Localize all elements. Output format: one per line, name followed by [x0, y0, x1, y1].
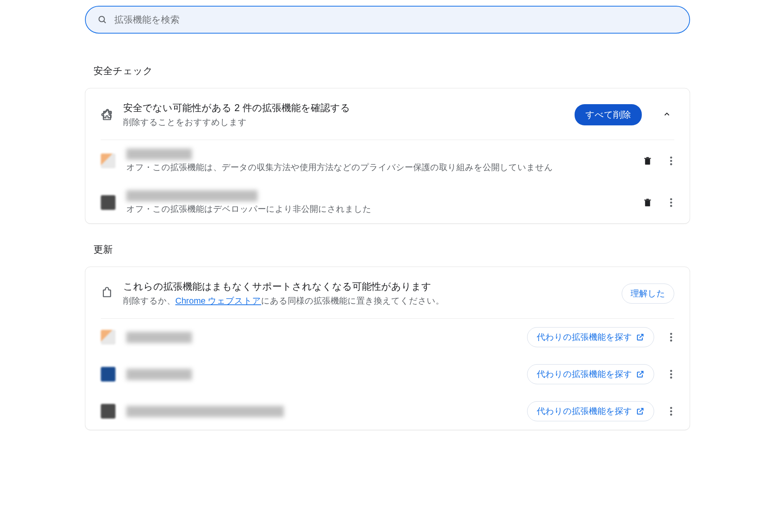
extension-thumbnail [101, 367, 115, 382]
safety-card: 安全でない可能性がある 2 件の拡張機能を確認する 削除することをおすすめします… [85, 88, 690, 224]
svg-point-8 [670, 333, 672, 335]
extension-name: ██████████ [126, 149, 630, 159]
delete-button[interactable] [641, 154, 654, 167]
more-vert-icon [670, 406, 673, 416]
safety-title: 安全チェック [93, 64, 690, 77]
extension-name: ██████████ [126, 369, 516, 380]
safety-header-subtitle: 削除することをおすすめします [123, 117, 565, 128]
extension-row: ██████████ 代わりの拡張機能を探す [101, 356, 674, 393]
safety-card-header: 安全でない可能性がある 2 件の拡張機能を確認する 削除することをおすすめします… [101, 88, 674, 140]
more-menu-button[interactable] [668, 331, 674, 344]
search-icon [97, 15, 107, 25]
svg-point-14 [670, 407, 672, 409]
svg-point-2 [670, 157, 672, 159]
svg-point-10 [670, 339, 672, 341]
svg-point-3 [670, 160, 672, 162]
trash-icon [643, 156, 653, 166]
svg-point-4 [670, 163, 672, 165]
updates-card-header: これらの拡張機能はまもなくサポートされなくなる可能性があります 削除するか、Ch… [101, 267, 674, 319]
open-in-new-icon [636, 370, 644, 378]
more-menu-button[interactable] [668, 154, 674, 167]
svg-point-15 [670, 410, 672, 412]
svg-point-12 [670, 373, 672, 375]
dismiss-button[interactable]: 理解した [622, 284, 674, 304]
extension-status: オフ・この拡張機能は、データの収集方法や使用方法などのプライバシー保護の取り組み… [126, 162, 630, 173]
svg-point-7 [670, 205, 672, 207]
extension-icon [101, 287, 113, 301]
updates-header-title: これらの拡張機能はまもなくサポートされなくなる可能性があります [123, 280, 612, 293]
extension-status: オフ・この拡張機能はデベロッパーにより非公開にされました [126, 203, 630, 215]
svg-point-16 [670, 414, 672, 415]
updates-title: 更新 [93, 243, 690, 256]
extension-name: ██████████ [126, 332, 516, 343]
chevron-up-icon [663, 110, 671, 118]
delete-all-button[interactable]: すべて削除 [575, 104, 642, 125]
more-menu-button[interactable] [668, 368, 674, 381]
extension-icon [101, 108, 113, 122]
svg-point-9 [670, 336, 672, 338]
updates-header-subtitle: 削除するか、Chrome ウェブストアにある同様の拡張機能に置き換えてください。 [123, 295, 612, 307]
find-alternative-button[interactable]: 代わりの拡張機能を探す [527, 401, 654, 421]
svg-point-0 [99, 16, 104, 22]
svg-point-5 [670, 198, 672, 200]
extension-row: ██████████ オフ・この拡張機能は、データの収集方法や使用方法などのプラ… [101, 140, 674, 182]
extension-thumbnail [101, 154, 115, 168]
more-menu-button[interactable] [668, 405, 674, 418]
collapse-button[interactable] [660, 107, 674, 123]
trash-icon [643, 198, 653, 208]
open-in-new-icon [636, 333, 644, 341]
safety-header-title: 安全でない可能性がある 2 件の拡張機能を確認する [123, 101, 565, 114]
find-alternative-button[interactable]: 代わりの拡張機能を探す [527, 364, 654, 384]
search-input[interactable] [114, 14, 678, 25]
extension-thumbnail [101, 330, 115, 345]
delete-button[interactable] [641, 196, 654, 209]
find-alternative-button[interactable]: 代わりの拡張機能を探す [527, 327, 654, 347]
updates-card: これらの拡張機能はまもなくサポートされなくなる可能性があります 削除するか、Ch… [85, 267, 690, 430]
webstore-link[interactable]: Chrome ウェブストア [175, 296, 261, 306]
extension-row: ████████████████████████ 代わりの拡張機能を探す [101, 393, 674, 430]
svg-point-6 [670, 201, 672, 203]
extension-row: ████████████████████ オフ・この拡張機能はデベロッパーにより… [101, 182, 674, 223]
more-vert-icon [670, 156, 673, 166]
svg-line-1 [103, 21, 105, 23]
extension-name: ████████████████████████ [126, 406, 516, 417]
extension-row: ██████████ 代わりの拡張機能を探す [101, 319, 674, 356]
svg-point-13 [670, 377, 672, 378]
safety-section: 安全チェック 安全でない可能性がある 2 件の拡張機能を確認する 削除することを… [85, 64, 690, 224]
more-vert-icon [670, 369, 673, 379]
open-in-new-icon [636, 407, 644, 415]
extension-thumbnail [101, 404, 115, 419]
svg-point-11 [670, 370, 672, 372]
more-menu-button[interactable] [668, 196, 674, 209]
search-bar[interactable] [85, 6, 690, 34]
extension-name: ████████████████████ [126, 190, 630, 201]
more-vert-icon [670, 332, 673, 342]
more-vert-icon [670, 198, 673, 208]
extension-thumbnail [101, 195, 115, 210]
updates-section: 更新 これらの拡張機能はまもなくサポートされなくなる可能性があります 削除するか… [85, 243, 690, 430]
